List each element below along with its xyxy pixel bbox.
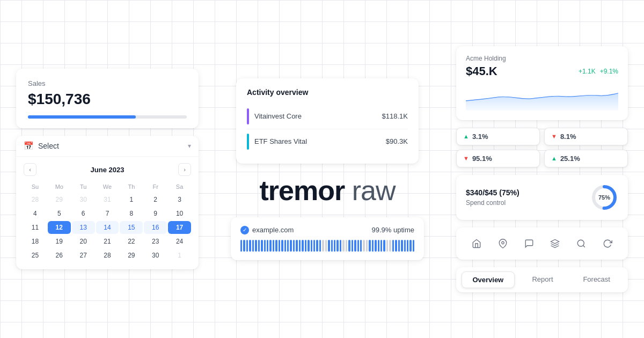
svg-marker-3 [551,239,559,244]
cal-day-range-end[interactable]: 17 [168,221,191,234]
cal-day-range[interactable]: 14 [96,221,119,234]
uptime-bar [409,240,411,252]
uptime-bar [331,240,333,252]
uptime-percentage: 99.9% uptime [372,226,415,234]
uptime-bar [342,240,344,252]
cal-day[interactable]: 19 [48,235,71,248]
stock-card: Acme Holding $45.K +1.1K +9.1% [456,46,628,120]
cal-day[interactable]: 28 [96,249,119,262]
cal-day[interactable]: 30 [144,249,167,262]
uptime-bar [392,240,394,252]
dow-tu: Tu [72,181,95,192]
cal-day[interactable]: 23 [144,235,167,248]
cal-day[interactable]: 29 [120,249,143,262]
cal-day-range[interactable]: 16 [144,221,167,234]
cal-day[interactable]: 6 [72,207,95,220]
uptime-bar [380,240,382,252]
chevron-down-icon: ▾ [188,142,191,150]
uptime-bar [363,240,364,252]
uptime-bar [389,240,391,252]
calendar-prev-button[interactable]: ‹ [24,163,36,176]
layers-icon-button[interactable] [545,234,565,253]
cal-day[interactable]: 31 [96,193,119,206]
cal-day[interactable]: 24 [168,235,191,248]
home-icon-button[interactable] [467,234,486,253]
tab-overview[interactable]: Overview [462,271,515,288]
cal-day[interactable]: 1 [168,249,191,262]
tab-forecast[interactable]: Forecast [570,271,623,288]
cal-day[interactable]: 8 [120,207,143,220]
uptime-bar [413,240,414,252]
stat-badge-1: ▲ 3.1% [456,128,540,145]
spend-label: Spend control [466,199,519,207]
dow-we: We [96,181,119,192]
cal-day-range[interactable]: 13 [72,221,95,234]
cal-day[interactable]: 2 [144,193,167,206]
select-row[interactable]: 📅 Select ▾ [16,136,199,157]
uptime-bar [325,240,327,252]
left-column: Sales $150,736 📅 Select ▾ ‹ June 2023 [16,69,199,269]
main-content: Sales $150,736 📅 Select ▾ ‹ June 2023 [0,0,644,338]
uptime-bar [255,240,257,252]
uptime-bar [395,240,397,252]
cal-day-range[interactable]: 15 [120,221,143,234]
uptime-bar [305,240,306,252]
sales-label: Sales [28,79,187,87]
cal-day[interactable]: 28 [24,193,47,206]
map-pin-icon-button[interactable] [493,234,513,253]
uptime-bar [249,240,251,252]
uptime-bar [258,240,260,252]
uptime-bar [252,240,254,252]
uptime-bar [246,240,248,252]
cal-day[interactable]: 26 [48,249,71,262]
cal-day[interactable]: 3 [168,193,191,206]
cal-day[interactable]: 11 [24,221,47,234]
stat-badge-2: ▼ 8.1% [544,128,628,145]
cal-day[interactable]: 18 [24,235,47,248]
dow-su: Su [24,181,47,192]
uptime-bar [302,240,303,252]
sales-card: Sales $150,736 [16,69,199,128]
cal-day-range-start[interactable]: 12 [48,221,71,234]
stats-grid: ▲ 3.1% ▼ 8.1% ▼ 95.1% ▲ 25.1% [456,128,628,167]
uptime-bar [375,240,376,252]
stock-change-abs: +1.1K [579,68,596,75]
cal-day[interactable]: 25 [24,249,47,262]
activity-item-2: ETF Shares Vital $90.3K [247,129,408,154]
uptime-bar [346,240,347,252]
cal-day[interactable]: 7 [96,207,119,220]
message-icon-button[interactable] [519,234,539,253]
cal-day[interactable]: 29 [48,193,71,206]
uptime-bar [269,240,271,252]
stock-header: $45.K +1.1K +9.1% [466,64,618,78]
svg-line-5 [583,245,584,247]
uptime-bar [352,240,353,252]
cal-day[interactable]: 4 [24,207,47,220]
cal-day[interactable]: 20 [72,235,95,248]
cal-day[interactable]: 10 [168,207,191,220]
uptime-bar [357,240,359,252]
activity-value-2: $90.3K [386,137,408,145]
cal-day[interactable]: 22 [120,235,143,248]
uptime-bar [354,240,356,252]
cal-day[interactable]: 30 [72,193,95,206]
cal-day[interactable]: 9 [144,207,167,220]
search-icon-button[interactable] [572,234,591,253]
cal-day[interactable]: 1 [120,193,143,206]
cal-day[interactable]: 27 [72,249,95,262]
center-column: Activity overview Vitainvest Core $118.1… [209,78,445,260]
svg-point-4 [577,240,584,246]
activity-item-1: Vitainvest Core $118.1K [247,104,408,129]
tab-report[interactable]: Report [517,271,569,288]
uptime-bar [296,240,297,252]
calendar: ‹ June 2023 › Su Mo Tu We Th Fr Sa [16,157,199,269]
dow-mo: Mo [48,181,71,192]
calendar-next-button[interactable]: › [178,163,191,176]
refresh-icon-button[interactable] [598,234,617,253]
stock-changes: +1.1K +9.1% [579,68,618,75]
cal-day[interactable]: 5 [48,207,71,220]
stat-value-3: 95.1% [472,155,492,163]
cal-day[interactable]: 21 [96,235,119,248]
activity-name-1: Vitainvest Core [254,112,377,120]
activity-card: Activity overview Vitainvest Core $118.1… [236,78,419,164]
